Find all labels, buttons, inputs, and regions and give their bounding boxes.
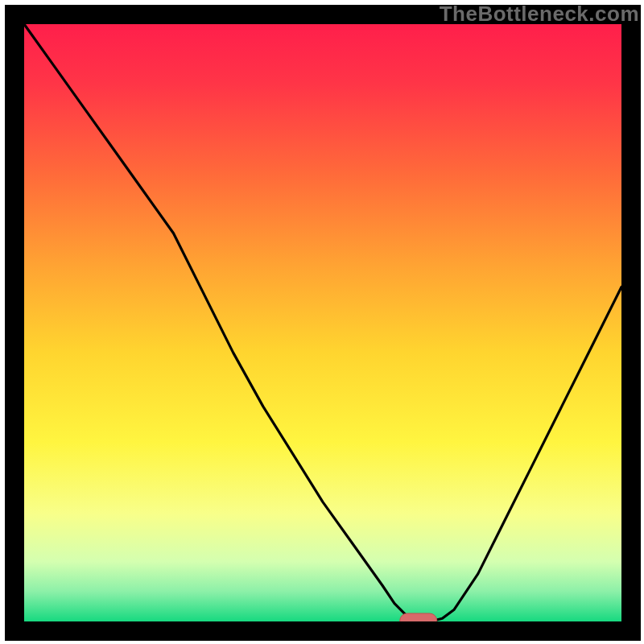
watermark-text: TheBottleneck.com [440, 2, 639, 27]
gradient-background [24, 24, 621, 621]
bottleneck-chart-svg [0, 0, 644, 644]
chart-container: TheBottleneck.com [0, 0, 644, 644]
